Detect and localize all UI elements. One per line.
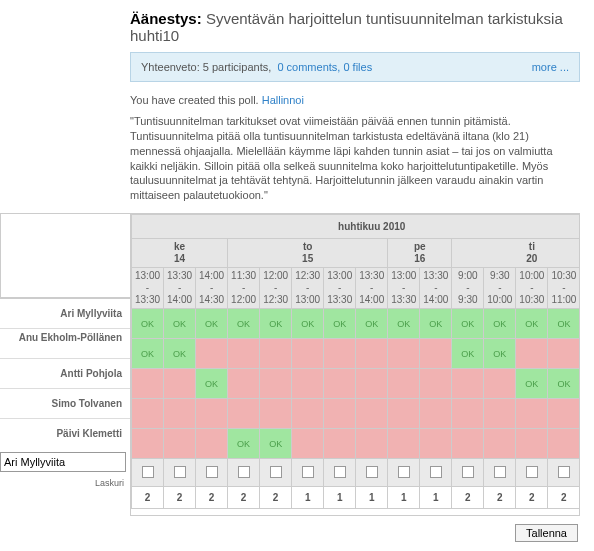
vote-cell (388, 339, 420, 369)
vote-cell: OK (260, 429, 292, 459)
time-header: 9:00-9:30 (452, 268, 484, 309)
info-line: You have created this poll. Hallinnoi (0, 94, 580, 106)
vote-checkbox-cell[interactable] (420, 459, 452, 487)
vote-checkbox-cell[interactable] (260, 459, 292, 487)
vote-checkbox-cell[interactable] (388, 459, 420, 487)
comments-link[interactable]: 0 comments, (277, 61, 340, 73)
vote-cell: OK (324, 309, 356, 339)
more-link[interactable]: more ... (532, 61, 569, 73)
vote-cell (260, 339, 292, 369)
participant-name: Päivi Klemetti (0, 418, 130, 448)
checkbox-icon[interactable] (398, 466, 410, 478)
vote-cell (356, 399, 388, 429)
vote-cell (388, 429, 420, 459)
table-row: OKOKOKOKOKOKOKOKOKOKOKOKOKOKOK (132, 309, 581, 339)
vote-cell (324, 429, 356, 459)
description: "Tuntisuunnitelman tarkitukset ovat viim… (0, 114, 580, 203)
count-cell: 1 (356, 487, 388, 509)
time-header: 9:30-10:00 (484, 268, 516, 309)
vote-checkbox-cell[interactable] (132, 459, 164, 487)
vote-checkbox-cell[interactable] (164, 459, 196, 487)
vote-cell (228, 399, 260, 429)
checkbox-icon[interactable] (334, 466, 346, 478)
vote-cell (516, 339, 548, 369)
day-header: to15 (228, 239, 388, 268)
vote-cell: OK (196, 369, 228, 399)
vote-cell (452, 369, 484, 399)
vote-cell (292, 399, 324, 429)
count-cell: 1 (420, 487, 452, 509)
vote-cell: OK (516, 369, 548, 399)
time-header: 13:00-13:30 (132, 268, 164, 309)
count-cell: 2 (196, 487, 228, 509)
vote-cell (164, 399, 196, 429)
vote-cell (548, 429, 580, 459)
vote-cell (388, 369, 420, 399)
checkbox-icon[interactable] (142, 466, 154, 478)
count-cell: 2 (516, 487, 548, 509)
save-button[interactable]: Tallenna (515, 524, 578, 542)
participant-names: Ari MyllyviitaAnu Ekholm-PöllänenAntti P… (0, 213, 130, 516)
vote-cell: OK (516, 309, 548, 339)
vote-cell (452, 429, 484, 459)
month-header: huhtikuu 2010 (132, 215, 581, 239)
vote-checkbox-cell[interactable] (324, 459, 356, 487)
checkbox-icon[interactable] (302, 466, 314, 478)
vote-cell: OK (484, 309, 516, 339)
vote-cell (420, 399, 452, 429)
page-title: Äänestys: Syventävän harjoittelun tuntis… (0, 10, 580, 44)
count-cell: 2 (164, 487, 196, 509)
checkbox-icon[interactable] (430, 466, 442, 478)
checkbox-icon[interactable] (366, 466, 378, 478)
checkbox-icon[interactable] (494, 466, 506, 478)
vote-cell (484, 429, 516, 459)
vote-cell (420, 429, 452, 459)
time-header: 13:30-14:00 (164, 268, 196, 309)
checkbox-icon[interactable] (206, 466, 218, 478)
vote-cell (260, 369, 292, 399)
vote-checkbox-cell[interactable] (548, 459, 580, 487)
checkbox-icon[interactable] (270, 466, 282, 478)
vote-cell (132, 399, 164, 429)
vote-cell (452, 399, 484, 429)
vote-cell (132, 369, 164, 399)
my-name-input[interactable] (0, 452, 126, 472)
time-header: 13:00-13:30 (388, 268, 420, 309)
day-header: pe16 (388, 239, 452, 268)
participant-name: Anu Ekholm-Pöllänen (0, 328, 130, 358)
checkbox-icon[interactable] (462, 466, 474, 478)
table-row: OKOKOK (132, 369, 581, 399)
manage-link[interactable]: Hallinnoi (262, 94, 304, 106)
participant-name: Ari Myllyviita (0, 298, 130, 328)
summary-text: Yhteenveto: 5 participants, 0 comments, … (141, 61, 372, 73)
vote-checkbox-cell[interactable] (356, 459, 388, 487)
vote-cell (228, 369, 260, 399)
vote-checkbox-cell[interactable] (292, 459, 324, 487)
files-link[interactable]: 0 files (343, 61, 372, 73)
vote-cell (356, 339, 388, 369)
vote-checkbox-cell[interactable] (516, 459, 548, 487)
poll-scroll[interactable]: huhtikuu 2010ke14to15pe16ti2013:00-13:30… (130, 213, 580, 516)
checkbox-icon[interactable] (238, 466, 250, 478)
vote-cell (388, 399, 420, 429)
vote-cell (548, 339, 580, 369)
checkbox-icon[interactable] (558, 466, 570, 478)
time-header: 12:30-13:00 (292, 268, 324, 309)
vote-checkbox-cell[interactable] (484, 459, 516, 487)
time-header: 13:00-13:30 (324, 268, 356, 309)
checkbox-icon[interactable] (174, 466, 186, 478)
time-header: 13:30-14:00 (420, 268, 452, 309)
count-cell: 2 (228, 487, 260, 509)
vote-cell (548, 399, 580, 429)
vote-cell: OK (164, 339, 196, 369)
vote-checkbox-cell[interactable] (452, 459, 484, 487)
vote-checkbox-cell[interactable] (228, 459, 260, 487)
vote-checkbox-cell[interactable] (196, 459, 228, 487)
vote-cell (484, 399, 516, 429)
checkbox-icon[interactable] (526, 466, 538, 478)
vote-cell (516, 429, 548, 459)
count-cell: 2 (452, 487, 484, 509)
count-cell: 1 (292, 487, 324, 509)
vote-cell (164, 429, 196, 459)
vote-cell (292, 369, 324, 399)
